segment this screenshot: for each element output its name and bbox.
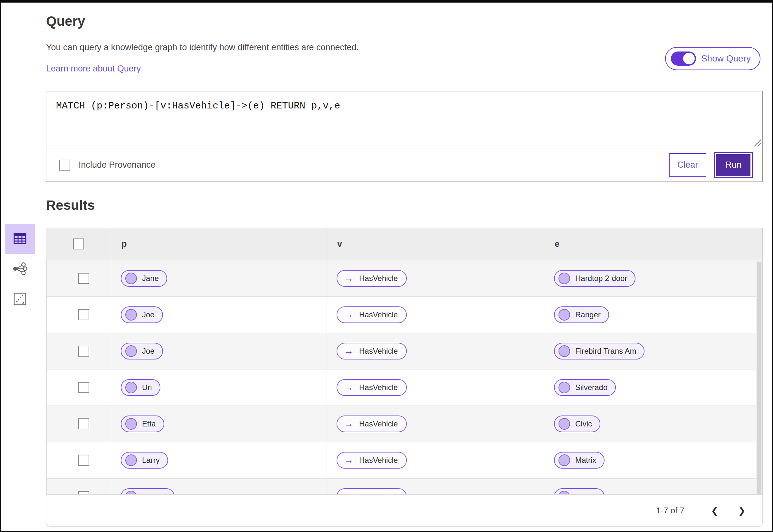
pill-label: Uri <box>142 383 152 392</box>
table-row: Joe→HasVehicleRanger <box>46 297 762 333</box>
run-button[interactable]: Run <box>714 152 753 178</box>
node-circle-icon <box>125 454 137 466</box>
node-pill[interactable]: Matrix <box>554 488 605 495</box>
table-view-button[interactable] <box>5 224 35 254</box>
query-panel: MATCH (p:Person)-[v:HasVehicle]->(e) RET… <box>46 91 763 182</box>
select-all-cell <box>46 228 111 260</box>
row-checkbox[interactable] <box>78 418 89 429</box>
edge-arrow-icon: → <box>344 310 353 319</box>
node-pill[interactable]: Hardtop 2-door <box>554 270 636 287</box>
clear-button[interactable]: Clear <box>669 153 706 177</box>
edge-pill[interactable]: →HasVehicle <box>337 270 407 287</box>
cell-p: Larry <box>111 442 327 478</box>
table-header-row: p v e <box>46 228 762 260</box>
edge-pill[interactable]: →HasVehicle <box>337 488 407 495</box>
column-header-e[interactable]: e <box>544 228 762 260</box>
table-body: Jane→HasVehicleHardtop 2-doorJoe→HasVehi… <box>46 260 762 495</box>
edge-arrow-icon: → <box>344 456 353 465</box>
row-select-cell <box>46 260 111 296</box>
include-provenance-checkbox[interactable] <box>59 160 70 171</box>
row-checkbox[interactable] <box>78 346 89 357</box>
pill-label: HasVehicle <box>359 347 398 356</box>
row-checkbox[interactable] <box>78 455 89 466</box>
learn-more-link[interactable]: Learn more about Query <box>46 64 141 74</box>
previous-page-button[interactable]: ❮ <box>705 501 724 520</box>
node-circle-icon <box>125 309 137 321</box>
cell-v: →HasVehicle <box>327 442 544 478</box>
row-checkbox[interactable] <box>78 273 89 284</box>
edge-pill[interactable]: →HasVehicle <box>337 379 407 396</box>
graph-view-button[interactable] <box>5 254 35 285</box>
node-circle-icon <box>558 454 570 466</box>
pill-label: HasVehicle <box>359 456 398 465</box>
table-row: Joe→HasVehicleFirebird Trans Am <box>46 333 762 369</box>
query-text: MATCH (p:Person)-[v:HasVehicle]->(e) RET… <box>56 100 753 111</box>
node-circle-icon <box>125 382 137 393</box>
node-pill[interactable]: Ranger <box>554 306 609 323</box>
cell-v: →HasVehicle <box>327 479 544 495</box>
cell-p: Joe <box>111 297 327 333</box>
node-pill[interactable]: Joe <box>121 306 163 323</box>
node-pill[interactable]: Uri <box>121 379 160 396</box>
edge-pill[interactable]: →HasVehicle <box>337 415 407 432</box>
table-scrollbar[interactable] <box>756 261 762 495</box>
show-query-toggle[interactable]: Show Query <box>665 47 760 70</box>
pill-label: HasVehicle <box>359 383 398 392</box>
node-pill[interactable]: Civic <box>554 415 601 432</box>
edge-pill[interactable]: →HasVehicle <box>337 452 407 469</box>
next-page-button[interactable]: ❯ <box>732 501 751 520</box>
cell-e: Civic <box>544 406 762 442</box>
node-circle-icon <box>558 418 570 430</box>
select-all-checkbox[interactable] <box>73 238 84 249</box>
cell-e: Silverado <box>544 369 762 406</box>
node-pill[interactable]: Lauren <box>121 488 174 495</box>
edge-pill[interactable]: →HasVehicle <box>337 306 407 323</box>
node-pill[interactable]: Matrix <box>554 452 605 469</box>
row-checkbox[interactable] <box>78 309 89 320</box>
row-select-cell <box>46 479 111 495</box>
pill-label: Hardtop 2-door <box>575 274 627 283</box>
pill-label: Civic <box>575 419 592 428</box>
network-icon <box>13 262 27 276</box>
row-select-cell <box>46 333 111 369</box>
node-circle-icon <box>558 382 570 393</box>
table-row: Uri→HasVehicleSilverado <box>46 369 762 406</box>
node-pill[interactable]: Jane <box>121 270 167 287</box>
node-pill[interactable]: Joe <box>121 343 163 359</box>
edge-arrow-icon: → <box>344 347 353 356</box>
node-pill[interactable]: Firebird Trans Am <box>554 343 645 359</box>
edge-arrow-icon: → <box>344 419 353 428</box>
node-pill[interactable]: Larry <box>121 452 168 469</box>
cell-v: →HasVehicle <box>327 369 544 406</box>
node-circle-icon <box>125 273 137 284</box>
row-select-cell <box>46 297 111 333</box>
edge-pill[interactable]: →HasVehicle <box>337 343 407 359</box>
scrollbar-thumb[interactable] <box>757 262 761 495</box>
cell-p: Jane <box>111 260 327 296</box>
cell-v: →HasVehicle <box>327 333 544 369</box>
node-pill[interactable]: Silverado <box>554 379 616 396</box>
toggle-knob <box>683 53 695 64</box>
row-select-cell <box>46 442 111 478</box>
column-header-v[interactable]: v <box>327 228 544 260</box>
pill-label: HasVehicle <box>359 274 398 283</box>
column-header-p[interactable]: p <box>111 228 327 260</box>
chevron-right-icon: ❯ <box>738 505 745 516</box>
cell-p: Joe <box>111 333 327 369</box>
show-query-label: Show Query <box>701 53 751 64</box>
node-circle-icon <box>125 345 137 357</box>
row-checkbox[interactable] <box>78 382 89 393</box>
cell-e: Matrix <box>544 442 762 478</box>
page-range-label: 1-7 of 7 <box>656 506 685 516</box>
cell-v: →HasVehicle <box>327 297 544 333</box>
cell-e: Firebird Trans Am <box>544 333 762 369</box>
map-view-button[interactable] <box>5 285 35 315</box>
pill-label: Larry <box>142 456 160 465</box>
query-editor[interactable]: MATCH (p:Person)-[v:HasVehicle]->(e) RET… <box>46 91 762 148</box>
resize-handle-icon[interactable] <box>754 139 761 146</box>
pill-label: Firebird Trans Am <box>575 347 636 356</box>
node-pill[interactable]: Etta <box>121 415 164 432</box>
app-window: Query You can query a knowledge graph to… <box>0 0 773 532</box>
toggle-switch-icon[interactable] <box>671 51 696 66</box>
cell-v: →HasVehicle <box>327 260 544 296</box>
